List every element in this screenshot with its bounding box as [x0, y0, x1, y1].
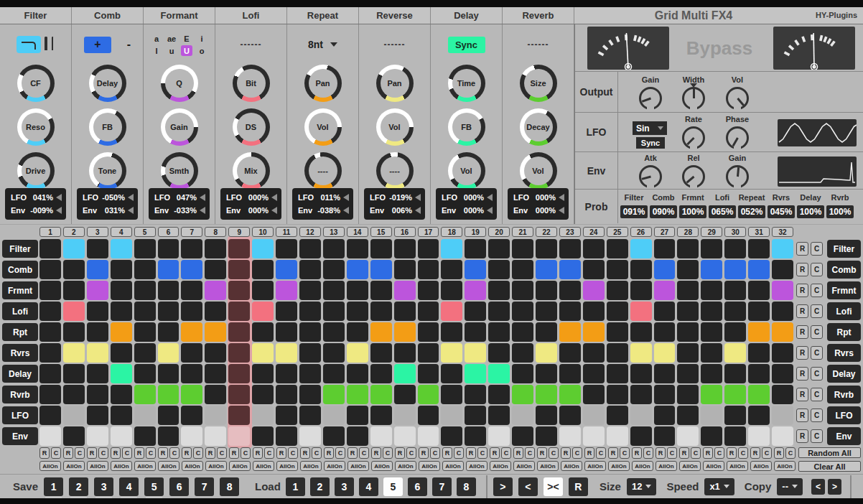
- step-allon-button[interactable]: AllOn: [111, 461, 132, 471]
- grid-cell[interactable]: [63, 322, 85, 342]
- prob-value-lofi[interactable]: 065%: [709, 205, 736, 218]
- grid-cell[interactable]: [583, 406, 605, 425]
- grid-cell[interactable]: [39, 385, 61, 404]
- grid-cell[interactable]: [630, 281, 652, 300]
- row-random-button[interactable]: R: [796, 409, 808, 422]
- grid-cell[interactable]: [39, 260, 61, 279]
- row-clear-button[interactable]: C: [811, 409, 823, 422]
- grid-cell[interactable]: [536, 426, 557, 446]
- vowel-option-i[interactable]: i: [200, 34, 202, 43]
- lfo-wave-select[interactable]: Sin: [633, 121, 667, 135]
- step-allon-button[interactable]: AllOn: [537, 461, 559, 471]
- row-label-left-delay[interactable]: Delay: [2, 365, 38, 383]
- grid-cell[interactable]: [536, 406, 557, 425]
- grid-cell[interactable]: [418, 322, 439, 342]
- grid-cell[interactable]: [134, 426, 156, 446]
- grid-cell[interactable]: [252, 239, 274, 258]
- grid-cell[interactable]: [701, 426, 722, 446]
- grid-cell[interactable]: [205, 343, 226, 363]
- grid-cell[interactable]: [134, 281, 156, 300]
- grid-cell[interactable]: [39, 322, 61, 342]
- grid-cell[interactable]: [748, 385, 770, 404]
- grid-cell[interactable]: [181, 322, 202, 342]
- grid-cell[interactable]: [63, 426, 85, 446]
- step-allon-button[interactable]: AllOn: [276, 461, 298, 471]
- knob-formant-q[interactable]: Q: [161, 65, 198, 102]
- vowel-option-ae[interactable]: ae: [167, 34, 176, 43]
- knob-width[interactable]: Width: [676, 75, 712, 110]
- step-allon-button[interactable]: AllOn: [182, 461, 203, 471]
- grid-cell[interactable]: [654, 260, 676, 279]
- grid-cell[interactable]: [654, 426, 676, 446]
- save-slot-7[interactable]: 7: [195, 477, 214, 496]
- grid-cell[interactable]: [536, 364, 557, 383]
- grid-cell[interactable]: [512, 426, 533, 446]
- grid-cell[interactable]: [630, 426, 652, 446]
- row-label-right-comb[interactable]: Comb: [827, 261, 861, 279]
- grid-cell[interactable]: [323, 426, 345, 446]
- step-random-button[interactable]: R: [679, 447, 689, 459]
- step-allon-button[interactable]: AllOn: [39, 461, 61, 471]
- knob-reverse-dash[interactable]: ----: [376, 152, 414, 190]
- prob-value-rvrb[interactable]: 100%: [826, 205, 854, 218]
- grid-cell[interactable]: [583, 302, 605, 321]
- grid-cell[interactable]: [536, 239, 557, 258]
- step-clear-button[interactable]: C: [193, 447, 203, 459]
- tab-repeat[interactable]: Repeat: [287, 7, 359, 24]
- save-slot-5[interactable]: 5: [144, 477, 164, 496]
- grid-cell[interactable]: [323, 302, 345, 321]
- grid-cell[interactable]: [111, 260, 132, 279]
- load-slot-7[interactable]: 7: [432, 477, 452, 496]
- grid-cell[interactable]: [63, 281, 85, 300]
- step-random-button[interactable]: R: [584, 447, 594, 459]
- step-clear-button[interactable]: C: [98, 447, 108, 459]
- grid-cell[interactable]: [111, 364, 132, 383]
- vowel-option-u[interactable]: U: [181, 45, 192, 56]
- grid-cell[interactable]: [205, 385, 226, 404]
- grid-cell[interactable]: [276, 364, 297, 383]
- step-random-button[interactable]: R: [134, 447, 144, 459]
- triangle-left-icon[interactable]: [271, 207, 277, 214]
- grid-cell[interactable]: [559, 260, 581, 279]
- knob-phase[interactable]: Phase: [719, 115, 755, 149]
- step-allon-button[interactable]: AllOn: [371, 461, 393, 471]
- step-allon-button[interactable]: AllOn: [419, 461, 440, 471]
- grid-cell[interactable]: [87, 385, 108, 404]
- grid-cell[interactable]: [512, 343, 533, 363]
- grid-cell[interactable]: [488, 239, 510, 258]
- grid-cell[interactable]: [512, 260, 533, 279]
- grid-cell[interactable]: [252, 385, 274, 404]
- filter-shape-button[interactable]: [50, 38, 55, 51]
- grid-cell[interactable]: [63, 343, 85, 363]
- row-clear-button[interactable]: C: [811, 263, 823, 276]
- row-label-left-comb[interactable]: Comb: [2, 261, 38, 279]
- step-clear-button[interactable]: C: [477, 447, 488, 459]
- grid-cell[interactable]: [63, 260, 85, 279]
- grid-cell[interactable]: [583, 281, 605, 300]
- knob-repeat-pan[interactable]: Pan: [304, 65, 342, 102]
- vowel-option-e[interactable]: E: [184, 34, 189, 43]
- step-random-button[interactable]: R: [490, 447, 500, 459]
- row-label-right-lfo[interactable]: LFO: [827, 406, 861, 424]
- step-clear-button[interactable]: C: [75, 447, 85, 459]
- knob-atk[interactable]: Atk: [633, 154, 668, 188]
- grid-cell[interactable]: [252, 260, 274, 279]
- grid-cell[interactable]: [724, 281, 746, 300]
- step-allon-button[interactable]: AllOn: [561, 461, 582, 471]
- step-random-button[interactable]: R: [63, 447, 73, 459]
- step-random-button[interactable]: R: [466, 447, 476, 459]
- grid-cell[interactable]: [63, 406, 85, 425]
- grid-cell[interactable]: [158, 322, 179, 342]
- grid-cell[interactable]: [394, 302, 416, 321]
- grid-cell[interactable]: [252, 302, 274, 321]
- knob-rel[interactable]: Rel: [676, 154, 712, 188]
- triangle-left-icon[interactable]: [200, 207, 205, 214]
- step-random-button[interactable]: R: [300, 447, 310, 459]
- grid-cell[interactable]: [134, 406, 156, 425]
- step-random-button[interactable]: R: [774, 447, 784, 459]
- step-allon-button[interactable]: AllOn: [703, 461, 724, 471]
- grid-cell[interactable]: [536, 322, 557, 342]
- tab-filter[interactable]: Filter: [0, 7, 72, 24]
- step-allon-button[interactable]: AllOn: [632, 461, 653, 471]
- row-label-left-filter[interactable]: Filter: [2, 240, 38, 258]
